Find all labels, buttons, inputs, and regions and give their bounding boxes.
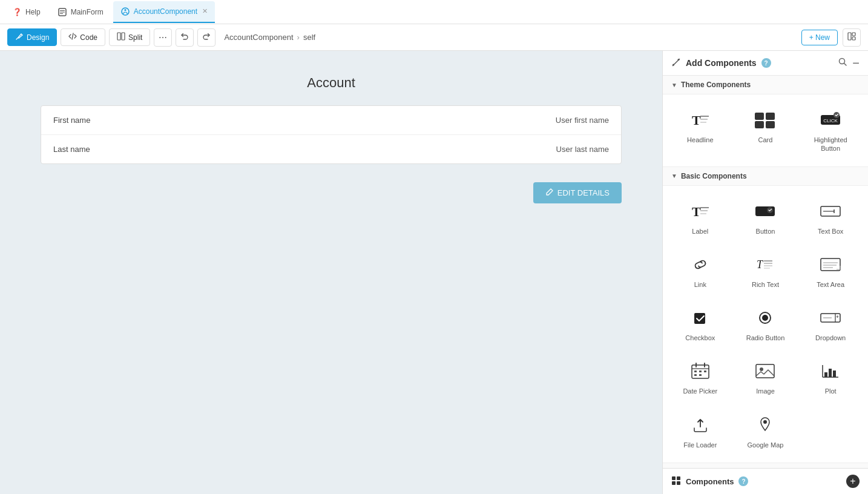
layout-icon [847, 32, 856, 42]
section-theme-label: Theme Components [681, 81, 751, 89]
component-textbox[interactable]: Text Box [801, 194, 860, 240]
tab-bar: ❓ Help MainForm AccountComponent ✕ [0, 0, 868, 24]
svg-rect-68 [672, 481, 676, 485]
toolbar: Design Code Split ⋯ AccountComponent › s… [0, 24, 868, 51]
tab-mainform[interactable]: MainForm [50, 1, 111, 23]
googlemap-comp-label: Google Map [748, 441, 784, 449]
component-textarea[interactable]: Text Area [801, 248, 860, 294]
help-icon-panel[interactable]: ? [761, 58, 771, 68]
split-button[interactable]: Split [109, 28, 150, 46]
fileloader-icon [686, 413, 715, 437]
headline-icon: T [686, 108, 715, 132]
component-headline[interactable]: T Headline [671, 103, 729, 158]
svg-rect-19 [766, 113, 775, 120]
component-googlemap[interactable]: Google Map [737, 408, 795, 454]
svg-rect-55 [704, 370, 706, 372]
code-button[interactable]: Code [61, 28, 105, 46]
textbox-comp-label: Text Box [818, 227, 843, 235]
svg-rect-21 [766, 121, 775, 128]
breadcrumb-root[interactable]: AccountComponent [224, 33, 293, 42]
fileloader-comp-label: File Loader [683, 441, 717, 449]
tab-accountcomponent[interactable]: AccountComponent ✕ [113, 1, 215, 23]
svg-rect-20 [755, 121, 764, 128]
svg-point-45 [762, 315, 768, 321]
component-dropdown[interactable]: Dropdown [801, 301, 860, 347]
edit-details-button[interactable]: EDIT DETAILS [533, 182, 622, 203]
component-richtext[interactable]: T Rich Text [737, 248, 795, 294]
undo-button[interactable] [176, 28, 194, 47]
checkbox-comp-label: Checkbox [685, 334, 715, 342]
component-highlighted-button[interactable]: CLICK Highlighted Button [801, 103, 860, 158]
component-datepicker[interactable]: Date Picker [671, 354, 729, 400]
redo-button[interactable] [197, 28, 215, 47]
svg-point-59 [760, 367, 763, 371]
panel-scroll: ▼ Theme Components T Headline [663, 76, 868, 468]
basic-components-grid: T Label Button [663, 186, 868, 463]
new-button[interactable]: + New [801, 30, 838, 45]
add-component-button[interactable]: + [846, 475, 860, 488]
svg-point-65 [763, 420, 767, 424]
design-label: Design [27, 33, 49, 42]
new-label: + New [809, 33, 830, 42]
toolbar-right: + New [801, 28, 861, 47]
form-row-lastname: Last name User last name [41, 135, 621, 163]
svg-rect-58 [756, 364, 774, 378]
svg-rect-53 [694, 370, 697, 372]
undo-icon [180, 32, 189, 42]
headline-label: Headline [687, 136, 713, 144]
svg-rect-67 [677, 476, 680, 480]
more-button[interactable]: ⋯ [154, 28, 172, 47]
split-label: Split [128, 33, 142, 42]
search-button[interactable] [838, 57, 847, 69]
tab-account-label: AccountComponent [134, 7, 197, 16]
redo-icon [202, 32, 211, 42]
tab-close-icon[interactable]: ✕ [202, 7, 208, 15]
svg-point-4 [122, 8, 129, 15]
tab-mainform-label: MainForm [71, 8, 104, 16]
bottom-bar-title: Components ? [671, 476, 748, 487]
tab-help-label: Help [25, 8, 41, 16]
component-checkbox[interactable]: Checkbox [671, 301, 729, 347]
dropdown-comp-label: Dropdown [815, 334, 846, 342]
component-link[interactable]: Link [671, 248, 729, 294]
label-comp-icon: T [686, 199, 715, 223]
card-label: Card [758, 136, 773, 144]
components-help-icon[interactable]: ? [738, 476, 748, 486]
component-card[interactable]: Card [737, 103, 795, 158]
component-button[interactable]: Button [737, 194, 795, 240]
svg-rect-7 [848, 33, 851, 40]
button-icon [751, 199, 780, 223]
section-theme[interactable]: ▼ Theme Components [663, 76, 868, 94]
component-label[interactable]: T Label [671, 194, 729, 240]
plot-comp-label: Plot [825, 387, 837, 395]
textarea-icon [816, 252, 845, 277]
svg-point-10 [678, 59, 680, 61]
layout-toggle-button[interactable] [843, 28, 861, 47]
add-icon: + [850, 476, 855, 487]
breadcrumb-child: self [303, 33, 315, 42]
svg-text:T: T [692, 204, 701, 219]
dropdown-icon [816, 306, 845, 330]
svg-point-30 [767, 207, 773, 213]
svg-rect-62 [824, 372, 827, 377]
component-radio[interactable]: Radio Button [737, 301, 795, 347]
textbox-icon [816, 199, 845, 223]
components-bottom-label: Components [686, 477, 734, 486]
svg-rect-54 [699, 370, 702, 372]
code-label: Code [80, 33, 97, 42]
tab-help[interactable]: ❓ Help [5, 1, 48, 23]
design-button[interactable]: Design [7, 28, 57, 46]
bottom-bar: Components ? + [663, 468, 868, 494]
svg-rect-66 [672, 476, 676, 480]
section-more[interactable]: ▶ More Components [663, 463, 868, 468]
component-fileloader[interactable]: File Loader [671, 408, 729, 454]
image-comp-label: Image [756, 387, 775, 395]
component-plot[interactable]: Plot [801, 354, 860, 400]
svg-rect-39 [821, 259, 840, 271]
component-image[interactable]: Image [737, 354, 795, 400]
section-basic[interactable]: ▼ Basic Components [663, 167, 868, 186]
collapse-button[interactable]: − [852, 57, 860, 69]
svg-rect-9 [852, 37, 855, 40]
svg-rect-56 [694, 374, 697, 376]
components-icon-bottom [671, 476, 681, 487]
